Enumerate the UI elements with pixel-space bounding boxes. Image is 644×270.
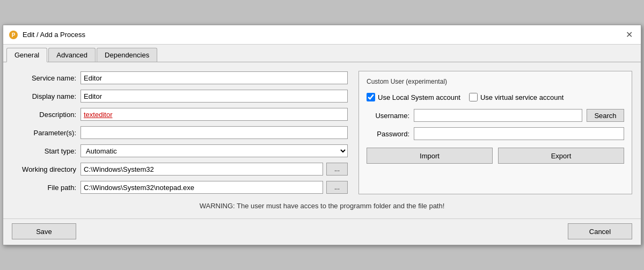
cancel-button[interactable]: Cancel: [568, 223, 632, 239]
import-export-row: Import Export: [367, 148, 624, 164]
display-name-row: Display name:: [12, 89, 348, 103]
start-type-label: Start type:: [12, 147, 76, 155]
dialog-title: Edit / Add a Process: [23, 31, 85, 39]
svg-text:P: P: [12, 32, 16, 38]
display-name-input[interactable]: [80, 90, 348, 103]
service-name-row: Service name:: [12, 71, 348, 85]
display-name-label: Display name:: [12, 92, 76, 100]
start-type-select[interactable]: Automatic Manual Disabled: [80, 144, 348, 157]
tab-dependencies[interactable]: Dependencies: [97, 48, 157, 62]
service-name-input[interactable]: [80, 71, 348, 84]
service-name-label: Service name:: [12, 74, 76, 82]
description-label: Description:: [12, 111, 76, 119]
working-dir-row: Working directory ...: [12, 162, 348, 176]
use-virtual-label: Use virtual service account: [480, 93, 564, 101]
username-input[interactable]: [414, 109, 582, 122]
main-row: Service name: Display name: Description:…: [12, 71, 632, 194]
tab-advanced[interactable]: Advanced: [48, 48, 96, 62]
title-bar: P Edit / Add a Process ✕: [3, 25, 641, 45]
file-path-row: File path: ...: [12, 180, 348, 194]
use-virtual-checkbox[interactable]: [469, 93, 478, 101]
password-row: Password:: [367, 127, 624, 140]
use-local-system-item: Use Local System account: [367, 93, 460, 101]
file-path-input[interactable]: [80, 181, 323, 194]
file-path-label: File path:: [12, 184, 76, 192]
content-area: Service name: Display name: Description:…: [3, 62, 641, 218]
use-local-system-checkbox[interactable]: [367, 93, 375, 101]
checkbox-row: Use Local System account Use virtual ser…: [367, 93, 624, 101]
description-input[interactable]: [80, 108, 348, 121]
password-input[interactable]: [414, 127, 624, 140]
start-type-row: Start type: Automatic Manual Disabled: [12, 144, 348, 158]
file-path-browse-button[interactable]: ...: [326, 181, 348, 194]
right-panel: Custom User (experimental) Use Local Sys…: [358, 71, 632, 194]
use-virtual-item: Use virtual service account: [469, 93, 564, 101]
tabs-container: General Advanced Dependencies: [3, 45, 641, 62]
parameters-row: Parameter(s):: [12, 126, 348, 140]
close-button[interactable]: ✕: [623, 28, 635, 41]
dialog-window: P Edit / Add a Process ✕ General Advance…: [3, 25, 641, 245]
left-panel: Service name: Display name: Description:…: [12, 71, 348, 194]
password-label: Password:: [367, 130, 409, 138]
working-dir-label: Working directory: [12, 165, 76, 173]
export-button[interactable]: Export: [498, 148, 624, 164]
username-label: Username:: [367, 112, 409, 120]
working-dir-input[interactable]: [80, 163, 323, 176]
import-button[interactable]: Import: [367, 148, 493, 164]
parameters-label: Parameter(s):: [12, 129, 76, 137]
warning-text: WARNING: The user must have acces to the…: [12, 194, 632, 213]
working-dir-browse-button[interactable]: ...: [326, 163, 348, 176]
description-row: Description:: [12, 107, 348, 121]
search-button[interactable]: Search: [587, 109, 624, 122]
custom-user-title: Custom User (experimental): [367, 78, 624, 85]
save-button[interactable]: Save: [12, 223, 76, 239]
username-row: Username: Search: [367, 109, 624, 122]
footer: Save Cancel: [3, 218, 641, 245]
parameters-input[interactable]: [80, 126, 348, 139]
tab-general[interactable]: General: [6, 48, 47, 62]
use-local-system-label: Use Local System account: [378, 93, 460, 101]
app-icon: P: [9, 30, 18, 40]
